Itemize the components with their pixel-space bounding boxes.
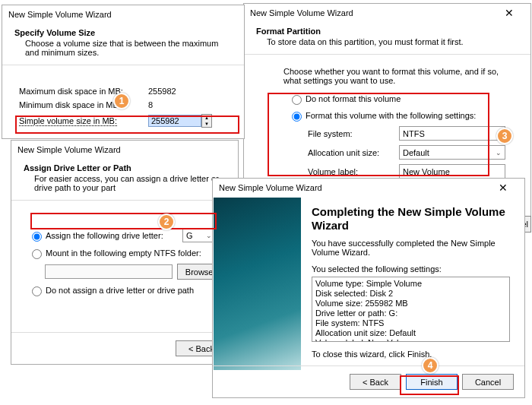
settings-line: Allocation unit size: Default xyxy=(315,328,506,338)
volume-label-input[interactable] xyxy=(399,164,505,179)
dlg3-choose: Choose whether you want to format this v… xyxy=(283,67,514,85)
dlg3-sub: To store data on this partition, you mus… xyxy=(256,37,518,46)
close-icon[interactable]: ✕ xyxy=(494,4,524,22)
cancel-button[interactable]: Cancel xyxy=(462,374,514,390)
vol-label: Volume label: xyxy=(308,167,399,176)
fs-label: File system: xyxy=(308,129,399,138)
au-label: Allocation unit size: xyxy=(308,148,399,157)
radio-mount[interactable] xyxy=(32,249,42,259)
size-spinner[interactable]: ▲▼ xyxy=(201,114,212,128)
fs-value: NTFS xyxy=(403,129,425,138)
dlg1-title: New Simple Volume Wizard xyxy=(8,5,112,24)
wizard-title: Completing the New Simple Volume Wizard xyxy=(312,205,510,233)
chevron-down-icon: ⌄ xyxy=(496,130,502,138)
max-value: 255982 xyxy=(148,87,176,96)
label-noassign: Do not assign a drive letter or drive pa… xyxy=(46,286,194,295)
settings-line: Drive letter or path: G: xyxy=(315,308,506,318)
finish-button[interactable]: Finish xyxy=(406,374,458,390)
label-noformat: Do not format this volume xyxy=(306,94,401,103)
wizard-selected-label: You selected the following settings: xyxy=(312,264,510,274)
label-format: Format this volume with the following se… xyxy=(306,111,476,120)
min-label: Minimum disk space in MB: xyxy=(19,100,148,109)
min-value: 8 xyxy=(148,100,153,109)
back-button[interactable]: < Back xyxy=(350,374,401,390)
dlg3-header: Format Partition xyxy=(256,27,518,36)
settings-list[interactable]: Volume type: Simple VolumeDisk selected:… xyxy=(312,277,510,342)
size-input[interactable] xyxy=(148,115,201,127)
settings-line: File system: NTFS xyxy=(315,318,506,328)
dlg3-title: New Simple Volume Wizard xyxy=(250,4,353,22)
settings-line: Volume label: New Volume xyxy=(315,338,506,342)
mount-path-input[interactable] xyxy=(45,264,173,279)
radio-noassign[interactable] xyxy=(32,286,42,296)
chevron-down-icon: ⌄ xyxy=(206,232,212,239)
wizard-close-hint: To close this wizard, click Finish. xyxy=(312,350,510,359)
settings-line: Volume type: Simple Volume xyxy=(315,279,506,289)
dlg2-title: New Simple Volume Wizard xyxy=(17,141,121,159)
au-select[interactable]: Default ⌄ xyxy=(399,145,505,160)
dlg1-header: Specify Volume Size xyxy=(14,28,232,37)
wizard-banner xyxy=(214,198,301,370)
size-label: Simple volume size in MB: xyxy=(19,116,148,125)
dlg4-title: New Simple Volume Wizard xyxy=(219,179,322,197)
dlg1-sub: Choose a volume size that is between the… xyxy=(14,39,232,57)
fs-select[interactable]: NTFS ⌄ xyxy=(399,126,505,141)
radio-noformat[interactable] xyxy=(292,95,302,105)
au-value: Default xyxy=(403,148,429,157)
max-label: Maximum disk space in MB: xyxy=(19,87,148,96)
chevron-down-icon: ⌄ xyxy=(496,149,502,157)
drive-letter-select[interactable]: G ⌄ xyxy=(182,228,216,242)
dlg2-header: Assign Drive Letter or Path xyxy=(24,163,226,172)
drive-letter-value: G xyxy=(186,231,193,240)
settings-line: Disk selected: Disk 2 xyxy=(315,289,506,299)
label-mount: Mount in the following empty NTFS folder… xyxy=(46,248,201,258)
label-assign-letter: Assign the following drive letter: xyxy=(46,231,182,240)
radio-format[interactable] xyxy=(292,112,302,122)
wizard-success: You have successfully completed the New … xyxy=(312,239,510,257)
settings-line: Volume size: 255982 MB xyxy=(315,299,506,308)
dlg2-sub: For easier access, you can assign a driv… xyxy=(24,174,226,192)
radio-assign-letter[interactable] xyxy=(32,232,42,242)
close-icon[interactable]: ✕ xyxy=(488,179,518,197)
